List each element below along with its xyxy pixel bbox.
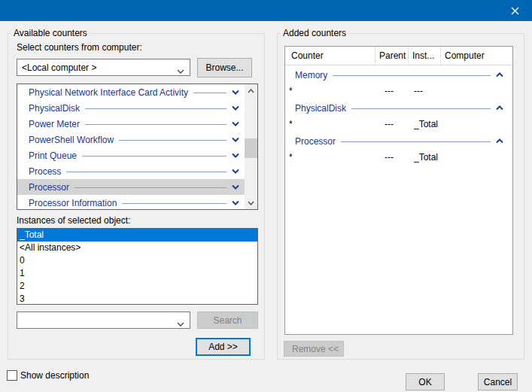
column-header-instance[interactable]: Inst... <box>409 47 441 65</box>
search-button: Search <box>197 311 258 329</box>
chevron-down-icon[interactable] <box>177 65 184 76</box>
leader-line <box>82 156 226 156</box>
chevron-down-icon[interactable] <box>232 184 239 190</box>
chevron-down-icon[interactable] <box>232 200 239 205</box>
table-row[interactable]: * --- _Total <box>285 116 512 132</box>
instance-list-item-selected[interactable]: _Total <box>17 229 257 242</box>
scroll-down-icon <box>248 201 254 205</box>
close-button[interactable] <box>497 0 532 21</box>
chevron-up-icon[interactable] <box>496 138 503 144</box>
search-combo[interactable] <box>17 311 190 329</box>
titlebar <box>0 0 532 21</box>
instance-list-item[interactable]: <All instances> <box>17 242 257 254</box>
instance-list-item[interactable]: 1 <box>17 267 257 280</box>
chevron-down-icon[interactable] <box>232 169 239 174</box>
column-header-parent[interactable]: Parent <box>375 47 409 65</box>
ok-button[interactable]: OK <box>406 373 445 390</box>
counter-list-item[interactable]: PhysicalDisk <box>17 100 245 116</box>
show-description-checkbox[interactable] <box>7 370 17 381</box>
cell-counter: * <box>285 86 375 96</box>
counter-list: Physical Network Interface Card Activity… <box>17 84 258 210</box>
counter-name: Power Meter <box>29 119 80 129</box>
instances-label: Instances of selected object: <box>17 215 130 226</box>
table-header: Counter Parent Inst... Computer <box>285 47 512 65</box>
table-row[interactable]: * --- _Total <box>285 149 512 165</box>
column-header-counter[interactable]: Counter <box>285 47 375 65</box>
counter-group-header[interactable]: Memory <box>285 67 512 83</box>
available-counters-group-label: Available counters <box>11 28 90 38</box>
cell-instance: --- <box>409 86 441 96</box>
counter-group-header[interactable]: PhysicalDisk <box>285 100 512 116</box>
counter-list-item[interactable]: Physical Network Interface Card Activity <box>17 84 245 100</box>
scroll-up-button[interactable] <box>245 84 257 97</box>
added-counters-group-label: Added counters <box>280 28 349 38</box>
group-name: Memory <box>295 70 327 81</box>
chevron-down-icon[interactable] <box>232 90 239 95</box>
leader-line <box>193 93 226 93</box>
close-icon <box>511 7 519 15</box>
added-counters-table: Counter Parent Inst... Computer Memory *… <box>284 46 513 335</box>
chevron-down-icon[interactable] <box>177 318 184 329</box>
instance-list-item[interactable]: 0 <box>17 254 257 267</box>
counter-list-item-selected[interactable]: Processor <box>17 179 245 195</box>
add-button[interactable]: Add >> <box>196 338 251 356</box>
counter-name: PhysicalDisk <box>29 103 80 114</box>
group-name: PhysicalDisk <box>295 103 346 114</box>
chevron-up-icon[interactable] <box>496 105 503 111</box>
cancel-button[interactable]: Cancel <box>478 373 518 390</box>
counter-name: Print Queue <box>29 150 77 161</box>
show-description-label: Show description <box>20 370 89 381</box>
search-input[interactable] <box>22 315 165 326</box>
computer-select[interactable]: <Local computer > <box>17 59 190 76</box>
group-name: Processor <box>295 136 336 147</box>
counter-list-scrollbar[interactable] <box>245 84 257 209</box>
add-counters-dialog: Available counters Select counters from … <box>0 0 532 392</box>
chevron-down-icon[interactable] <box>232 137 239 142</box>
leader-line <box>74 187 226 188</box>
leader-line <box>341 141 491 142</box>
selected-computer-value: <Local computer > <box>22 62 96 73</box>
leader-line <box>122 203 226 204</box>
counter-group-header[interactable]: Processor <box>285 133 512 149</box>
leader-line <box>351 108 491 109</box>
counter-list-item[interactable]: Processor Information <box>17 195 245 209</box>
cell-parent: --- <box>375 152 409 163</box>
counter-list-item[interactable]: Process <box>17 163 245 179</box>
counter-name: Process <box>29 166 61 177</box>
remove-button: Remove << <box>284 341 344 357</box>
leader-line <box>85 124 226 125</box>
scroll-down-button[interactable] <box>245 196 257 209</box>
cell-counter: * <box>285 119 375 129</box>
column-header-computer[interactable]: Computer <box>441 47 512 65</box>
counter-list-item[interactable]: Power Meter <box>17 116 245 132</box>
counter-name: Physical Network Interface Card Activity <box>29 87 188 98</box>
cell-counter: * <box>285 152 375 163</box>
cell-instance: _Total <box>409 119 441 129</box>
instance-list: _Total <All instances> 0 1 2 3 <box>17 228 258 305</box>
counter-list-item[interactable]: PowerShell Workflow <box>17 132 245 147</box>
chevron-up-icon[interactable] <box>496 72 503 77</box>
leader-line <box>66 172 226 172</box>
instance-list-item[interactable]: 3 <box>17 293 257 305</box>
chevron-down-icon[interactable] <box>232 121 239 126</box>
chevron-down-icon[interactable] <box>232 153 239 158</box>
leader-line <box>119 140 226 141</box>
counter-name: PowerShell Workflow <box>29 135 114 145</box>
counter-list-item[interactable]: Print Queue <box>17 147 245 163</box>
select-computer-label: Select counters from computer: <box>17 42 142 53</box>
counter-name: Processor <box>29 182 69 193</box>
table-row[interactable]: * --- --- <box>285 83 512 99</box>
cell-parent: --- <box>375 86 409 96</box>
instance-list-item[interactable]: 2 <box>17 280 257 293</box>
chevron-down-icon[interactable] <box>232 105 239 111</box>
scroll-thumb[interactable] <box>245 138 257 158</box>
scroll-up-icon <box>248 89 254 93</box>
counter-name: Processor Information <box>29 198 117 208</box>
leader-line <box>333 75 491 76</box>
browse-button[interactable]: Browse... <box>197 58 252 77</box>
cell-parent: --- <box>375 119 409 129</box>
leader-line <box>85 108 226 109</box>
cell-instance: _Total <box>409 152 441 163</box>
